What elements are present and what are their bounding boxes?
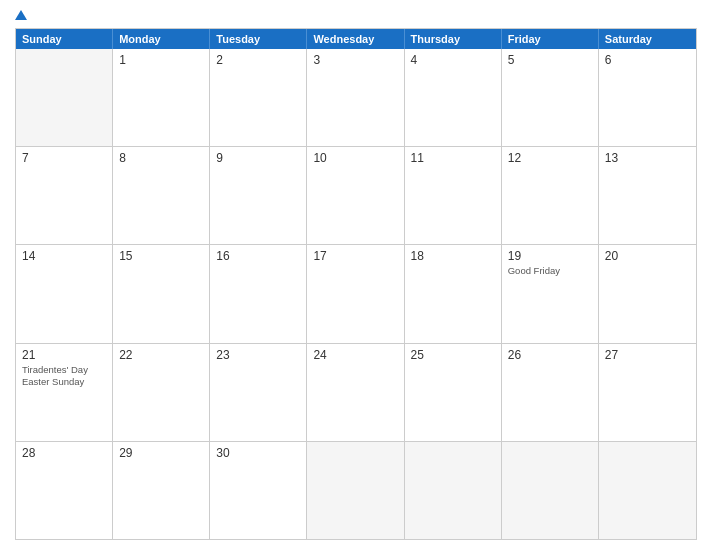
calendar-cell xyxy=(16,49,113,146)
calendar-cell: 13 xyxy=(599,147,696,244)
calendar-cell: 3 xyxy=(307,49,404,146)
day-of-week-saturday: Saturday xyxy=(599,29,696,49)
calendar-cell: 26 xyxy=(502,344,599,441)
calendar-cell: 29 xyxy=(113,442,210,539)
calendar-cell: 17 xyxy=(307,245,404,342)
calendar-cell: 30 xyxy=(210,442,307,539)
day-of-week-wednesday: Wednesday xyxy=(307,29,404,49)
day-of-week-tuesday: Tuesday xyxy=(210,29,307,49)
day-number: 16 xyxy=(216,249,300,263)
day-of-week-monday: Monday xyxy=(113,29,210,49)
calendar-cell: 11 xyxy=(405,147,502,244)
calendar-cell: 24 xyxy=(307,344,404,441)
calendar-cell xyxy=(307,442,404,539)
holiday-label: Good Friday xyxy=(508,265,592,277)
day-number: 17 xyxy=(313,249,397,263)
calendar-cell: 22 xyxy=(113,344,210,441)
page: SundayMondayTuesdayWednesdayThursdayFrid… xyxy=(0,0,712,550)
day-number: 21 xyxy=(22,348,106,362)
calendar-cell xyxy=(502,442,599,539)
day-number: 28 xyxy=(22,446,106,460)
calendar-cell: 12 xyxy=(502,147,599,244)
calendar-cell: 1 xyxy=(113,49,210,146)
calendar-cell: 28 xyxy=(16,442,113,539)
calendar-cell: 23 xyxy=(210,344,307,441)
day-number: 23 xyxy=(216,348,300,362)
calendar-week-2: 141516171819Good Friday20 xyxy=(16,245,696,343)
calendar-cell: 20 xyxy=(599,245,696,342)
day-number: 6 xyxy=(605,53,690,67)
logo xyxy=(15,10,29,20)
calendar-cell: 7 xyxy=(16,147,113,244)
day-number: 9 xyxy=(216,151,300,165)
day-number: 7 xyxy=(22,151,106,165)
day-of-week-sunday: Sunday xyxy=(16,29,113,49)
day-number: 29 xyxy=(119,446,203,460)
day-of-week-thursday: Thursday xyxy=(405,29,502,49)
day-of-week-friday: Friday xyxy=(502,29,599,49)
day-number: 5 xyxy=(508,53,592,67)
header xyxy=(15,10,697,20)
day-number: 25 xyxy=(411,348,495,362)
calendar-cell xyxy=(599,442,696,539)
day-number: 13 xyxy=(605,151,690,165)
day-number: 8 xyxy=(119,151,203,165)
day-number: 3 xyxy=(313,53,397,67)
day-number: 11 xyxy=(411,151,495,165)
day-number: 2 xyxy=(216,53,300,67)
calendar-cell: 25 xyxy=(405,344,502,441)
holiday-label: Easter Sunday xyxy=(22,376,106,388)
calendar-cell: 27 xyxy=(599,344,696,441)
day-number: 20 xyxy=(605,249,690,263)
day-number: 14 xyxy=(22,249,106,263)
day-number: 26 xyxy=(508,348,592,362)
calendar-body: 12345678910111213141516171819Good Friday… xyxy=(16,49,696,539)
day-number: 12 xyxy=(508,151,592,165)
calendar-cell: 14 xyxy=(16,245,113,342)
day-number: 24 xyxy=(313,348,397,362)
calendar-cell: 6 xyxy=(599,49,696,146)
calendar-week-1: 78910111213 xyxy=(16,147,696,245)
day-number: 27 xyxy=(605,348,690,362)
calendar-cell: 5 xyxy=(502,49,599,146)
calendar-cell xyxy=(405,442,502,539)
holiday-label: Tiradentes' Day xyxy=(22,364,106,376)
day-number: 30 xyxy=(216,446,300,460)
calendar-cell: 10 xyxy=(307,147,404,244)
day-number: 22 xyxy=(119,348,203,362)
day-number: 18 xyxy=(411,249,495,263)
calendar-week-0: 123456 xyxy=(16,49,696,147)
calendar-cell: 4 xyxy=(405,49,502,146)
calendar-cell: 21Tiradentes' DayEaster Sunday xyxy=(16,344,113,441)
day-number: 15 xyxy=(119,249,203,263)
day-number: 4 xyxy=(411,53,495,67)
calendar-week-3: 21Tiradentes' DayEaster Sunday2223242526… xyxy=(16,344,696,442)
calendar-week-4: 282930 xyxy=(16,442,696,539)
day-number: 19 xyxy=(508,249,592,263)
calendar-header: SundayMondayTuesdayWednesdayThursdayFrid… xyxy=(16,29,696,49)
calendar-cell: 16 xyxy=(210,245,307,342)
logo-triangle-icon xyxy=(15,10,27,20)
calendar-cell: 9 xyxy=(210,147,307,244)
calendar: SundayMondayTuesdayWednesdayThursdayFrid… xyxy=(15,28,697,540)
calendar-cell: 18 xyxy=(405,245,502,342)
calendar-cell: 15 xyxy=(113,245,210,342)
day-number: 10 xyxy=(313,151,397,165)
calendar-cell: 19Good Friday xyxy=(502,245,599,342)
logo-blue-text xyxy=(15,10,29,20)
day-number: 1 xyxy=(119,53,203,67)
calendar-cell: 2 xyxy=(210,49,307,146)
calendar-cell: 8 xyxy=(113,147,210,244)
